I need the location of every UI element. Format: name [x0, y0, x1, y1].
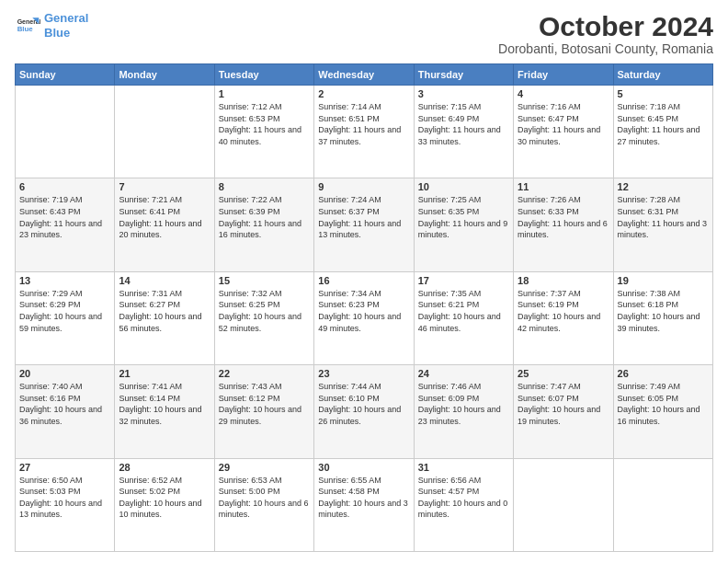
calendar-cell: 31Sunrise: 6:56 AM Sunset: 4:57 PM Dayli…: [414, 458, 513, 551]
day-number: 28: [119, 462, 210, 473]
calendar-cell: 27Sunrise: 6:50 AM Sunset: 5:03 PM Dayli…: [16, 458, 115, 551]
day-number: 12: [618, 181, 709, 192]
day-number: 8: [219, 181, 310, 192]
calendar-cell: 18Sunrise: 7:37 AM Sunset: 6:19 PM Dayli…: [514, 271, 613, 364]
cell-daylight-info: Sunrise: 7:41 AM Sunset: 6:14 PM Dayligh…: [119, 381, 210, 427]
day-number: 14: [119, 275, 210, 286]
logo-icon: General Blue: [15, 13, 40, 39]
calendar-body: 1Sunrise: 7:12 AM Sunset: 6:53 PM Daylig…: [16, 86, 713, 552]
cell-daylight-info: Sunrise: 6:53 AM Sunset: 5:00 PM Dayligh…: [219, 475, 310, 521]
day-number: 3: [418, 88, 509, 99]
cell-daylight-info: Sunrise: 7:24 AM Sunset: 6:37 PM Dayligh…: [318, 194, 409, 240]
week-row-1: 1Sunrise: 7:12 AM Sunset: 6:53 PM Daylig…: [16, 86, 713, 178]
day-number: 29: [219, 462, 310, 473]
week-row-2: 6Sunrise: 7:19 AM Sunset: 6:43 PM Daylig…: [16, 178, 713, 271]
day-number: 26: [618, 368, 709, 379]
cell-daylight-info: Sunrise: 6:56 AM Sunset: 4:57 PM Dayligh…: [418, 475, 509, 521]
calendar-cell: [115, 86, 214, 178]
calendar-cell: 5Sunrise: 7:18 AM Sunset: 6:45 PM Daylig…: [613, 86, 712, 178]
cell-daylight-info: Sunrise: 7:37 AM Sunset: 6:19 PM Dayligh…: [518, 288, 609, 334]
day-number: 25: [518, 368, 609, 379]
day-header-thursday: Thursday: [414, 64, 513, 86]
calendar-cell: 30Sunrise: 6:55 AM Sunset: 4:58 PM Dayli…: [314, 458, 414, 551]
cell-daylight-info: Sunrise: 7:31 AM Sunset: 6:27 PM Dayligh…: [119, 288, 210, 334]
day-number: 4: [518, 88, 609, 99]
cell-daylight-info: Sunrise: 7:46 AM Sunset: 6:09 PM Dayligh…: [418, 381, 509, 427]
calendar-cell: 16Sunrise: 7:34 AM Sunset: 6:23 PM Dayli…: [314, 271, 414, 364]
calendar-cell: 9Sunrise: 7:24 AM Sunset: 6:37 PM Daylig…: [314, 178, 414, 271]
calendar-cell: 12Sunrise: 7:28 AM Sunset: 6:31 PM Dayli…: [613, 178, 712, 271]
cell-daylight-info: Sunrise: 7:12 AM Sunset: 6:53 PM Dayligh…: [219, 101, 310, 147]
day-number: 7: [119, 181, 210, 192]
week-row-4: 20Sunrise: 7:40 AM Sunset: 6:16 PM Dayli…: [16, 365, 713, 458]
cell-daylight-info: Sunrise: 7:49 AM Sunset: 6:05 PM Dayligh…: [618, 381, 709, 427]
logo-blue: Blue: [44, 26, 70, 40]
page: General Blue General Blue October 2024 D…: [0, 0, 728, 563]
cell-daylight-info: Sunrise: 7:25 AM Sunset: 6:35 PM Dayligh…: [418, 194, 509, 240]
day-number: 27: [19, 462, 110, 473]
cell-daylight-info: Sunrise: 7:16 AM Sunset: 6:47 PM Dayligh…: [518, 101, 609, 147]
calendar-cell: 28Sunrise: 6:52 AM Sunset: 5:02 PM Dayli…: [115, 458, 214, 551]
cell-daylight-info: Sunrise: 7:43 AM Sunset: 6:12 PM Dayligh…: [219, 381, 310, 427]
cell-daylight-info: Sunrise: 7:29 AM Sunset: 6:29 PM Dayligh…: [19, 288, 110, 334]
day-number: 9: [318, 181, 409, 192]
calendar-header: SundayMondayTuesdayWednesdayThursdayFrid…: [16, 64, 713, 86]
cell-daylight-info: Sunrise: 7:19 AM Sunset: 6:43 PM Dayligh…: [19, 194, 110, 240]
calendar-cell: 26Sunrise: 7:49 AM Sunset: 6:05 PM Dayli…: [613, 365, 712, 458]
calendar-cell: [514, 458, 613, 551]
day-header-tuesday: Tuesday: [214, 64, 313, 86]
day-number: 19: [618, 275, 709, 286]
cell-daylight-info: Sunrise: 7:22 AM Sunset: 6:39 PM Dayligh…: [219, 194, 310, 240]
calendar-cell: 17Sunrise: 7:35 AM Sunset: 6:21 PM Dayli…: [414, 271, 513, 364]
day-number: 30: [318, 462, 409, 473]
calendar-cell: 2Sunrise: 7:14 AM Sunset: 6:51 PM Daylig…: [314, 86, 414, 178]
days-header-row: SundayMondayTuesdayWednesdayThursdayFrid…: [16, 64, 713, 86]
cell-daylight-info: Sunrise: 7:47 AM Sunset: 6:07 PM Dayligh…: [518, 381, 609, 427]
week-row-3: 13Sunrise: 7:29 AM Sunset: 6:29 PM Dayli…: [16, 271, 713, 364]
calendar-cell: 22Sunrise: 7:43 AM Sunset: 6:12 PM Dayli…: [214, 365, 313, 458]
cell-daylight-info: Sunrise: 7:21 AM Sunset: 6:41 PM Dayligh…: [119, 194, 210, 240]
subtitle: Dorobanti, Botosani County, Romania: [498, 41, 713, 56]
day-number: 31: [418, 462, 509, 473]
day-number: 24: [418, 368, 509, 379]
day-number: 15: [219, 275, 310, 286]
logo-text: General Blue: [44, 11, 88, 40]
calendar-cell: 4Sunrise: 7:16 AM Sunset: 6:47 PM Daylig…: [514, 86, 613, 178]
cell-daylight-info: Sunrise: 7:32 AM Sunset: 6:25 PM Dayligh…: [219, 288, 310, 334]
cell-daylight-info: Sunrise: 6:50 AM Sunset: 5:03 PM Dayligh…: [19, 475, 110, 521]
cell-daylight-info: Sunrise: 7:44 AM Sunset: 6:10 PM Dayligh…: [318, 381, 409, 427]
calendar-cell: 25Sunrise: 7:47 AM Sunset: 6:07 PM Dayli…: [514, 365, 613, 458]
day-number: 13: [19, 275, 110, 286]
main-title: October 2024: [498, 11, 713, 41]
calendar-cell: [613, 458, 712, 551]
calendar-cell: 23Sunrise: 7:44 AM Sunset: 6:10 PM Dayli…: [314, 365, 414, 458]
day-number: 21: [119, 368, 210, 379]
cell-daylight-info: Sunrise: 7:38 AM Sunset: 6:18 PM Dayligh…: [618, 288, 709, 334]
day-number: 16: [318, 275, 409, 286]
calendar-cell: 13Sunrise: 7:29 AM Sunset: 6:29 PM Dayli…: [16, 271, 115, 364]
calendar-cell: 15Sunrise: 7:32 AM Sunset: 6:25 PM Dayli…: [214, 271, 313, 364]
calendar-cell: 29Sunrise: 6:53 AM Sunset: 5:00 PM Dayli…: [214, 458, 313, 551]
calendar-cell: 3Sunrise: 7:15 AM Sunset: 6:49 PM Daylig…: [414, 86, 513, 178]
day-number: 1: [219, 88, 310, 99]
calendar-cell: [16, 86, 115, 178]
logo: General Blue General Blue: [15, 11, 88, 40]
calendar-cell: 8Sunrise: 7:22 AM Sunset: 6:39 PM Daylig…: [214, 178, 313, 271]
title-block: October 2024 Dorobanti, Botosani County,…: [498, 11, 713, 56]
cell-daylight-info: Sunrise: 7:14 AM Sunset: 6:51 PM Dayligh…: [318, 101, 409, 147]
day-header-monday: Monday: [115, 64, 214, 86]
day-header-saturday: Saturday: [613, 64, 712, 86]
day-header-wednesday: Wednesday: [314, 64, 414, 86]
calendar-cell: 14Sunrise: 7:31 AM Sunset: 6:27 PM Dayli…: [115, 271, 214, 364]
cell-daylight-info: Sunrise: 6:52 AM Sunset: 5:02 PM Dayligh…: [119, 475, 210, 521]
calendar-cell: 20Sunrise: 7:40 AM Sunset: 6:16 PM Dayli…: [16, 365, 115, 458]
calendar-cell: 24Sunrise: 7:46 AM Sunset: 6:09 PM Dayli…: [414, 365, 513, 458]
day-number: 5: [618, 88, 709, 99]
calendar-cell: 10Sunrise: 7:25 AM Sunset: 6:35 PM Dayli…: [414, 178, 513, 271]
cell-daylight-info: Sunrise: 7:28 AM Sunset: 6:31 PM Dayligh…: [618, 194, 709, 240]
cell-daylight-info: Sunrise: 7:40 AM Sunset: 6:16 PM Dayligh…: [19, 381, 110, 427]
day-number: 22: [219, 368, 310, 379]
cell-daylight-info: Sunrise: 6:55 AM Sunset: 4:58 PM Dayligh…: [318, 475, 409, 521]
cell-daylight-info: Sunrise: 7:18 AM Sunset: 6:45 PM Dayligh…: [618, 101, 709, 147]
calendar-cell: 11Sunrise: 7:26 AM Sunset: 6:33 PM Dayli…: [514, 178, 613, 271]
